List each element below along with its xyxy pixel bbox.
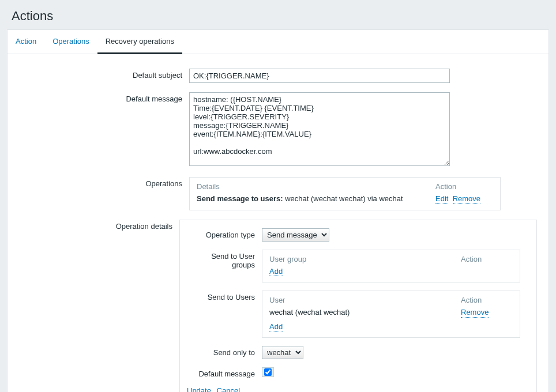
user-header: User [269, 296, 461, 304]
operations-row-prefix: Send message to users: [197, 194, 285, 203]
operations-row-suffix: wechat (wechat wechat) via wechat [285, 194, 403, 203]
operations-label: Operations [19, 177, 189, 210]
user-value: wechat (wechat wechat) [269, 308, 461, 318]
send-only-to-label: Send only to [187, 346, 262, 359]
page-title: Actions [0, 0, 556, 29]
user-groups-box: User group Action Add [262, 250, 520, 283]
operations-remove-link[interactable]: Remove [453, 194, 480, 204]
detail-update-link[interactable]: Update [187, 386, 211, 392]
main-panel: Action Operations Recovery operations De… [7, 29, 549, 392]
tab-operations[interactable]: Operations [44, 30, 97, 54]
operations-edit-link[interactable]: Edit [435, 194, 448, 204]
detail-cancel-link[interactable]: Cancel [217, 386, 240, 392]
user-group-action-header: Action [461, 255, 513, 263]
send-only-to-select[interactable]: wechat [262, 346, 303, 359]
default-message-textarea[interactable]: hostname: ({HOST.NAME} Time:{EVENT.DATE}… [189, 92, 450, 166]
user-action-header: Action [461, 296, 513, 304]
form-area: Default subject Default message hostname… [7, 54, 549, 392]
operation-type-select[interactable]: Send message [262, 228, 329, 242]
operations-box: Details Action Send message to users: we… [189, 177, 501, 210]
default-message-checkbox-label: Default message [187, 367, 262, 378]
operations-details-header: Details [197, 182, 435, 191]
user-add-link[interactable]: Add [269, 322, 283, 332]
user-group-add-link[interactable]: Add [269, 267, 283, 277]
tab-recovery-operations[interactable]: Recovery operations [97, 30, 182, 54]
user-group-header: User group [269, 255, 461, 263]
operation-details-box: Operation type Send message Send to User… [179, 220, 537, 392]
tab-action[interactable]: Action [7, 30, 44, 54]
default-subject-label: Default subject [19, 69, 189, 83]
tabs: Action Operations Recovery operations [7, 30, 549, 54]
user-remove-link[interactable]: Remove [461, 308, 489, 318]
users-box: User Action wechat (wechat wechat) Remov… [262, 291, 520, 338]
send-to-user-groups-label: Send to User groups [187, 250, 262, 283]
send-to-users-label: Send to Users [187, 291, 262, 338]
default-message-label: Default message [19, 92, 189, 168]
default-subject-input[interactable] [189, 69, 450, 83]
operations-action-header: Action [435, 182, 493, 191]
operation-details-label: Operation details [19, 220, 179, 392]
default-message-checkbox[interactable] [264, 368, 272, 376]
operation-type-label: Operation type [187, 228, 262, 242]
operations-row-details: Send message to users: wechat (wechat we… [197, 194, 435, 204]
